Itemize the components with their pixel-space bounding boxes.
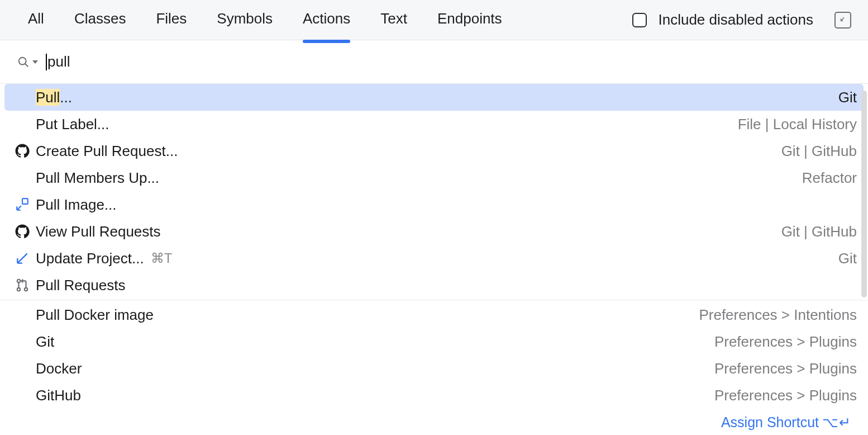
result-label: Create Pull Request... (36, 143, 178, 160)
result-row[interactable]: Put Label...File | Local History (0, 111, 868, 138)
open-as-tool-window-button[interactable] (834, 12, 851, 29)
pr-icon (13, 276, 31, 294)
result-label: View Pull Requests (36, 223, 161, 240)
result-row[interactable]: Create Pull Request...Git | GitHub (0, 138, 868, 164)
search-header: AllClassesFilesSymbolsActionsTextEndpoin… (0, 0, 868, 40)
tab-files[interactable]: Files (156, 10, 187, 30)
expand-icon (839, 16, 847, 24)
tab-classes[interactable]: Classes (74, 10, 126, 30)
result-location: Preferences > Plugins (714, 387, 857, 404)
result-location: Refactor (802, 169, 857, 187)
result-row[interactable]: GitPreferences > Plugins (0, 328, 868, 355)
result-label: Pull Requests (36, 277, 125, 294)
result-location: File | Local History (738, 116, 857, 133)
result-row[interactable]: Update Project...⌘TGit (0, 245, 868, 272)
svg-point-0 (19, 57, 26, 64)
result-location: Git (838, 89, 857, 106)
text-cursor (46, 54, 47, 70)
search-input[interactable] (47, 53, 851, 70)
result-shortcut: ⌘T (151, 250, 173, 266)
result-row[interactable]: GitHubPreferences > Plugins (0, 382, 868, 409)
result-label: Git (36, 333, 54, 351)
result-row[interactable]: Pull Members Up...Refactor (0, 164, 868, 191)
result-row[interactable]: Pull Docker imagePreferences > Intention… (0, 301, 868, 328)
search-scope-caret-icon[interactable] (32, 60, 38, 64)
search-icon (17, 55, 30, 69)
tab-symbols[interactable]: Symbols (217, 10, 273, 30)
svg-point-3 (17, 288, 20, 291)
result-location: Git | GitHub (781, 223, 857, 240)
svg-point-2 (17, 280, 20, 282)
pull-image-icon (13, 196, 31, 214)
tab-bar: AllClassesFilesSymbolsActionsTextEndpoin… (28, 10, 632, 30)
github-icon (13, 142, 31, 160)
header-right: Include disabled actions (632, 11, 851, 29)
scrollbar[interactable] (861, 91, 867, 297)
result-label: Pull... (36, 89, 72, 106)
result-row[interactable]: Pull...Git (4, 84, 864, 111)
result-label: Pull Image... (36, 196, 117, 214)
svg-point-4 (25, 288, 27, 291)
result-row[interactable]: Pull Requests (0, 272, 868, 299)
result-row[interactable]: View Pull RequestsGit | GitHub (0, 218, 868, 245)
update-icon (13, 249, 31, 267)
result-label: GitHub (36, 387, 81, 404)
tab-endpoints[interactable]: Endpoints (437, 10, 502, 30)
result-location: Preferences > Intentions (699, 306, 857, 324)
result-row[interactable]: DockerPreferences > Plugins (0, 355, 868, 382)
search-row (0, 40, 868, 84)
tab-all[interactable]: All (28, 10, 44, 30)
svg-rect-1 (22, 198, 28, 204)
result-label: Pull Docker image (36, 306, 154, 324)
result-location: Git | GitHub (781, 143, 857, 160)
result-location: Git (838, 250, 857, 267)
include-disabled-label: Include disabled actions (658, 11, 813, 29)
result-location: Preferences > Plugins (714, 360, 857, 377)
result-label: Put Label... (36, 116, 109, 133)
include-disabled-checkbox[interactable] (632, 13, 647, 27)
github-icon (13, 223, 31, 240)
result-label: Docker (36, 360, 82, 377)
assign-shortcut-link[interactable]: Assign Shortcut ⌥↵ (721, 414, 851, 431)
result-label: Update Project... (36, 250, 144, 267)
results-list: Pull...GitPut Label...File | Local Histo… (0, 84, 868, 409)
tab-text[interactable]: Text (380, 10, 407, 30)
assign-shortcut-label: Assign Shortcut (721, 414, 819, 431)
results-divider (0, 300, 868, 300)
tab-actions[interactable]: Actions (303, 10, 350, 30)
result-location: Preferences > Plugins (714, 333, 857, 351)
assign-shortcut-keys: ⌥↵ (822, 414, 851, 431)
result-row[interactable]: Pull Image... (0, 191, 868, 218)
result-label: Pull Members Up... (36, 169, 159, 187)
